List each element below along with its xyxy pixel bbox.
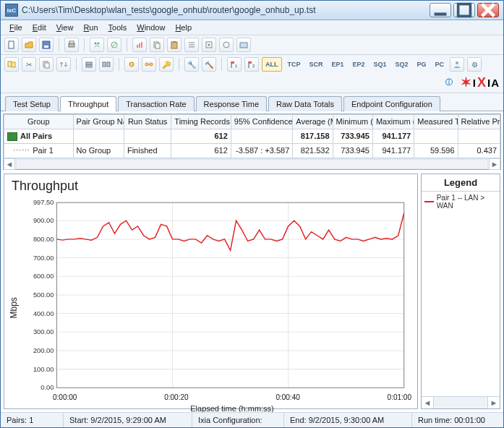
filter-scr-button[interactable]: SCR bbox=[307, 58, 326, 71]
svg-rect-30 bbox=[86, 62, 92, 64]
svg-rect-17 bbox=[155, 43, 160, 48]
menu-help[interactable]: Help bbox=[171, 22, 196, 33]
table-row-pair-1[interactable]: ⋯⋯ Pair 1 No Group Finished 612 -3.587 :… bbox=[4, 143, 500, 158]
menu-file[interactable]: File bbox=[5, 22, 27, 33]
run-icon[interactable] bbox=[90, 38, 104, 52]
svg-text:100.00: 100.00 bbox=[33, 365, 54, 372]
col-run-status[interactable]: Run Status bbox=[124, 115, 171, 129]
cell-pair-group: No Group bbox=[73, 143, 124, 158]
svg-text:2: 2 bbox=[252, 64, 255, 68]
col-measured-time[interactable]: Measured Time (sec) bbox=[414, 115, 458, 129]
chart-plot-area[interactable]: 997.50900.00800.00700.00600.00500.00400.… bbox=[23, 198, 411, 393]
cell-timing-records: 612 bbox=[171, 143, 231, 158]
new-file-icon[interactable] bbox=[4, 38, 19, 52]
scroll-right-icon[interactable]: ► bbox=[489, 158, 500, 170]
maximize-button[interactable] bbox=[453, 3, 475, 17]
menu-view[interactable]: View bbox=[52, 22, 78, 33]
menu-tools[interactable]: Tools bbox=[104, 22, 132, 33]
filter-sq2-button[interactable]: SQ2 bbox=[393, 58, 411, 71]
scroll-left-icon[interactable]: ◄ bbox=[4, 158, 15, 170]
chart-y-axis-label: Mbps bbox=[7, 198, 20, 418]
svg-rect-7 bbox=[69, 43, 74, 47]
svg-rect-25 bbox=[240, 43, 247, 48]
col-maximum-mbps[interactable]: Maximum (Mbps) bbox=[372, 115, 414, 129]
legend-item[interactable]: Pair 1 -- LAN > WAN bbox=[422, 192, 500, 212]
server-pair-icon[interactable] bbox=[99, 57, 114, 72]
tab-response-time[interactable]: Response Time bbox=[196, 96, 267, 111]
grid-horizontal-scrollbar[interactable]: ◄ ► bbox=[4, 158, 500, 169]
col-group[interactable]: Group bbox=[4, 115, 74, 129]
paste-icon[interactable] bbox=[167, 38, 181, 52]
key-icon[interactable]: 🔑 bbox=[159, 57, 174, 72]
cell-average: 821.532 bbox=[293, 143, 333, 158]
tab-throughput[interactable]: Throughput bbox=[60, 96, 116, 111]
print-icon[interactable] bbox=[64, 38, 79, 52]
menu-edit[interactable]: Edit bbox=[28, 22, 51, 33]
clone-icon[interactable] bbox=[4, 57, 19, 72]
copy2-icon[interactable] bbox=[39, 57, 54, 72]
chart-icon[interactable] bbox=[132, 38, 147, 52]
separator bbox=[84, 38, 85, 51]
legend-header: Legend bbox=[422, 174, 500, 192]
cell-confidence: -3.587 : +3.587 bbox=[231, 143, 292, 158]
list-icon[interactable] bbox=[184, 38, 199, 52]
scroll-track[interactable] bbox=[16, 159, 488, 169]
filter-ep1-button[interactable]: EP1 bbox=[329, 58, 347, 71]
gear-icon[interactable]: ⚙ bbox=[467, 57, 482, 72]
tab-transaction-rate[interactable]: Transaction Rate bbox=[118, 96, 194, 111]
wrench-icon[interactable]: 🔧 bbox=[184, 57, 199, 72]
svg-rect-26 bbox=[8, 61, 12, 67]
col-relative-precision[interactable]: Relative Precision bbox=[458, 115, 500, 129]
tab-test-setup[interactable]: Test Setup bbox=[5, 96, 59, 111]
menu-run[interactable]: Run bbox=[79, 22, 102, 33]
x-tick: 0:00:40 bbox=[276, 393, 299, 401]
col-confidence-interval[interactable]: 95% Confidence Interval bbox=[231, 115, 292, 129]
tab-endpoint-configuration[interactable]: Endpoint Configuration bbox=[343, 96, 440, 111]
window-icon[interactable] bbox=[236, 38, 251, 52]
col-timing-records[interactable]: Timing Records Completed bbox=[171, 115, 231, 129]
toggle-icon[interactable] bbox=[219, 38, 234, 52]
flag2-icon[interactable]: 2 bbox=[244, 57, 259, 72]
link-icon[interactable] bbox=[142, 57, 156, 72]
filter-ep2-button[interactable]: EP2 bbox=[350, 58, 368, 71]
sort-icon[interactable] bbox=[56, 57, 71, 72]
filter-sq1-button[interactable]: SQ1 bbox=[371, 58, 390, 71]
flag1-icon[interactable]: 1 bbox=[227, 57, 242, 72]
col-pair-group-name[interactable]: Pair Group Name bbox=[73, 115, 124, 129]
cut-icon[interactable]: ✂ bbox=[22, 57, 36, 72]
filter-all-button[interactable]: ALL bbox=[262, 57, 282, 72]
svg-line-12 bbox=[112, 43, 116, 47]
node-icon[interactable] bbox=[124, 57, 139, 72]
col-average-mbps[interactable]: Average (Mbps) bbox=[293, 115, 333, 129]
filter-tcp-button[interactable]: TCP bbox=[285, 58, 304, 71]
tab-raw-data-totals[interactable]: Raw Data Totals bbox=[268, 96, 342, 111]
hammer-icon[interactable]: 🔨 bbox=[202, 57, 216, 72]
table-row-all-pairs[interactable]: All Pairs 612 817.158 733.945 941.177 bbox=[4, 129, 500, 143]
svg-point-44 bbox=[456, 61, 458, 64]
col-minimum-mbps[interactable]: Minimum (Mbps) bbox=[333, 115, 372, 129]
close-button[interactable] bbox=[477, 3, 499, 17]
open-file-icon[interactable] bbox=[22, 38, 36, 52]
svg-text:300.00: 300.00 bbox=[33, 328, 54, 335]
scroll-track[interactable] bbox=[434, 397, 487, 408]
filter-pc-button[interactable]: PC bbox=[432, 58, 448, 71]
filter-pg-button[interactable]: PG bbox=[414, 58, 430, 71]
user-icon[interactable] bbox=[450, 57, 464, 72]
scroll-right-icon[interactable]: ► bbox=[487, 397, 500, 408]
separator bbox=[59, 38, 59, 51]
minimize-button[interactable] bbox=[430, 3, 451, 17]
info-icon[interactable]: ⓘ bbox=[443, 76, 456, 89]
settings-icon[interactable] bbox=[202, 38, 216, 52]
menu-window[interactable]: Window bbox=[132, 22, 169, 33]
svg-rect-14 bbox=[139, 43, 140, 48]
server-icon[interactable] bbox=[82, 57, 96, 72]
scroll-left-icon[interactable]: ◄ bbox=[422, 397, 434, 408]
copy-icon[interactable] bbox=[150, 38, 164, 52]
cell-measured-time: 59.596 bbox=[414, 143, 458, 158]
legend-horizontal-scrollbar[interactable]: ◄ ► bbox=[422, 396, 500, 408]
chart-x-ticks: 0:00:00 0:00:20 0:00:40 0:01:00 bbox=[53, 393, 411, 401]
stop-icon[interactable] bbox=[107, 38, 121, 52]
save-icon[interactable] bbox=[39, 38, 54, 52]
svg-rect-4 bbox=[9, 41, 14, 48]
results-grid: Group Pair Group Name Run Status Timing … bbox=[3, 114, 501, 170]
